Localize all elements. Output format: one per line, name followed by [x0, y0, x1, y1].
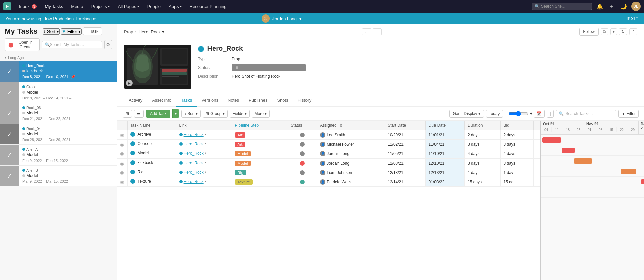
nav-prev-button[interactable]: ← — [362, 28, 371, 35]
gantt-column-toggle-button[interactable]: | — [547, 110, 554, 118]
col-link[interactable]: Link — [176, 121, 232, 130]
gantt-bar[interactable] — [574, 158, 592, 164]
row-task-name-5[interactable]: Texture — [127, 177, 176, 187]
search-my-tasks[interactable]: 🔍 Search My Tasks... — [42, 41, 103, 48]
nav-projects[interactable]: Projects ▾ — [88, 3, 113, 10]
task-item-alien-a-model[interactable]: ✓ Alien A Model Feb 9, 2022 – Feb 15, 20… — [0, 145, 117, 166]
nav-apps[interactable]: Apps ▾ — [165, 3, 185, 10]
add-task-dropdown-button[interactable]: ▾ — [172, 109, 179, 118]
tab-tasks[interactable]: Tasks — [176, 94, 197, 107]
today-button[interactable]: Today — [486, 110, 503, 118]
row-check-3[interactable]: ◉ — [117, 159, 127, 168]
filter-button[interactable]: ▼ Filter ▾ — [61, 28, 82, 35]
row-check-4[interactable]: ◉ — [117, 168, 127, 177]
sort-tasks-button[interactable]: ↕ Sort ▾ — [181, 110, 201, 118]
col-resize-handle[interactable]: | — [533, 121, 540, 130]
zoom-in-icon[interactable]: + — [530, 111, 532, 116]
gantt-bar[interactable] — [621, 169, 636, 174]
col-task-name[interactable]: Task Name — [127, 121, 176, 130]
row-task-name-2[interactable]: Model — [127, 149, 176, 159]
expand-icon[interactable]: ⌃ — [629, 28, 637, 35]
add-task-button[interactable]: + Task — [83, 27, 102, 35]
col-due-date[interactable]: Due Date — [426, 121, 465, 130]
row-check-icon[interactable]: ◉ — [120, 179, 124, 185]
nav-people[interactable]: People — [144, 3, 164, 10]
tab-history[interactable]: History — [293, 94, 316, 107]
col-duration[interactable]: Duration — [465, 121, 501, 130]
row-task-name-4[interactable]: Rig — [127, 168, 176, 177]
follow-button[interactable]: Follow — [579, 28, 599, 36]
settings-icon[interactable]: ⚙ — [104, 40, 112, 49]
moon-icon[interactable]: 🌙 — [619, 2, 629, 11]
nav-inbox[interactable]: Inbox 3 — [15, 3, 40, 10]
task-item-rock06-model[interactable]: ✓ Rock_06 Model Dec 21, 2021 – Dec 22, 2… — [0, 103, 117, 124]
task-item-grace-model[interactable]: ✓ Grace Model Dec 8, 2021 – Dec 14, 2021… — [0, 82, 117, 103]
gantt-bar[interactable] — [542, 137, 561, 143]
row-link-2[interactable]: Hero_Rock • — [176, 149, 232, 159]
list-view-button[interactable]: ☰ — [134, 110, 144, 118]
nav-media[interactable]: Media — [68, 3, 86, 10]
row-link-1[interactable]: Hero_Rock • — [176, 140, 232, 149]
zoom-out-icon[interactable]: – — [505, 111, 507, 116]
task-item-alien-b-model[interactable]: ✓ Alien B Model Mar 9, 2022 – Mar 15, 20… — [0, 166, 117, 186]
col-pipeline-step[interactable]: Pipeline Step ↑ — [232, 121, 288, 130]
col-bid[interactable]: Bid — [501, 121, 533, 130]
row-check-icon[interactable]: ◉ — [120, 142, 124, 147]
calendar-icon[interactable]: 📅 — [534, 110, 545, 118]
row-link-3[interactable]: Hero_Rock • — [176, 159, 232, 168]
tab-activity[interactable]: Activity — [124, 94, 147, 107]
nav-all-pages[interactable]: All Pages ▾ — [115, 3, 142, 10]
task-item-rock04-model[interactable]: ✓ Rock_04 Model Dec 28, 2021 – Dec 29, 2… — [0, 124, 117, 145]
row-task-name-0[interactable]: Archive — [127, 130, 176, 140]
add-icon[interactable]: ＋ — [607, 2, 616, 11]
gantt-bar[interactable] — [562, 148, 575, 153]
nav-resource-planning[interactable]: Resource Planning — [186, 3, 230, 10]
table-row[interactable]: ◉ Texture Hero_Rock • Texture — [117, 177, 540, 187]
col-status[interactable]: Status — [288, 121, 317, 130]
grid-view-button[interactable]: ⊞ — [123, 110, 132, 118]
gantt-display-button[interactable]: Gantt Display ▾ — [449, 110, 484, 118]
tab-publishes[interactable]: Publishes — [244, 94, 272, 107]
avatar[interactable]: JL — [631, 2, 641, 11]
table-row[interactable]: ◉ Concept Hero_Rock • Art — [117, 140, 540, 149]
row-check-icon[interactable]: ◉ — [120, 170, 124, 175]
col-start-date[interactable]: Start Date — [385, 121, 426, 130]
row-check-icon[interactable]: ◉ — [120, 161, 124, 166]
play-button[interactable]: ▶ — [126, 80, 133, 86]
row-link-4[interactable]: Hero_Rock • — [176, 168, 232, 177]
row-check-icon[interactable]: ◉ — [120, 151, 124, 156]
tab-asset-info[interactable]: Asset Info — [147, 94, 176, 107]
row-check-0[interactable]: ◉ — [117, 130, 127, 140]
tasks-filter-button[interactable]: ▼ Filter — [618, 110, 639, 118]
nav-next-button[interactable]: → — [373, 28, 382, 35]
copy-icon[interactable]: ⧉ — [601, 28, 608, 35]
row-link-0[interactable]: Hero_Rock • — [176, 130, 232, 140]
notifications-icon[interactable]: 🔔 — [595, 2, 604, 11]
search-tasks-input[interactable]: 🔍 Search Tasks... — [556, 110, 616, 117]
row-check-icon[interactable]: ◉ — [120, 132, 124, 138]
panel-chevron-icon[interactable]: ▾ — [610, 28, 617, 35]
gantt-bar[interactable] — [641, 179, 644, 184]
breadcrumb-parent[interactable]: Prop — [124, 29, 133, 34]
tab-versions[interactable]: Versions — [197, 94, 223, 107]
table-row[interactable]: ◉ Model Hero_Rock • Model — [117, 149, 540, 159]
row-check-5[interactable]: ◉ — [117, 177, 127, 187]
open-in-create-button[interactable]: ⬤ Open in Create — [5, 38, 40, 51]
row-check-1[interactable]: ◉ — [117, 140, 127, 149]
row-task-name-1[interactable]: Concept — [127, 140, 176, 149]
row-check-2[interactable]: ◉ — [117, 149, 127, 159]
table-row[interactable]: ◉ kickback Hero_Rock • Model — [117, 159, 540, 168]
sort-button[interactable]: ↕ Sort ▾ — [43, 28, 60, 35]
nav-my-tasks[interactable]: My Tasks — [41, 3, 66, 10]
add-task-button[interactable]: Add Task — [146, 110, 170, 118]
group-tasks-button[interactable]: ⊞ Group ▾ — [203, 110, 227, 118]
site-search[interactable]: 🔍 Search Site... — [532, 3, 592, 10]
fields-button[interactable]: Fields ▾ — [230, 110, 250, 118]
table-row[interactable]: ◉ Archive Hero_Rock • Art — [117, 130, 540, 140]
col-assigned-to[interactable]: Assigned To — [317, 121, 385, 130]
table-row[interactable]: ◉ Rig Hero_Rock • Rig — [117, 168, 540, 177]
row-task-name-3[interactable]: kickback — [127, 159, 176, 168]
tab-notes[interactable]: Notes — [223, 94, 244, 107]
tab-shots[interactable]: Shots — [272, 94, 293, 107]
row-link-5[interactable]: Hero_Rock • — [176, 177, 232, 187]
